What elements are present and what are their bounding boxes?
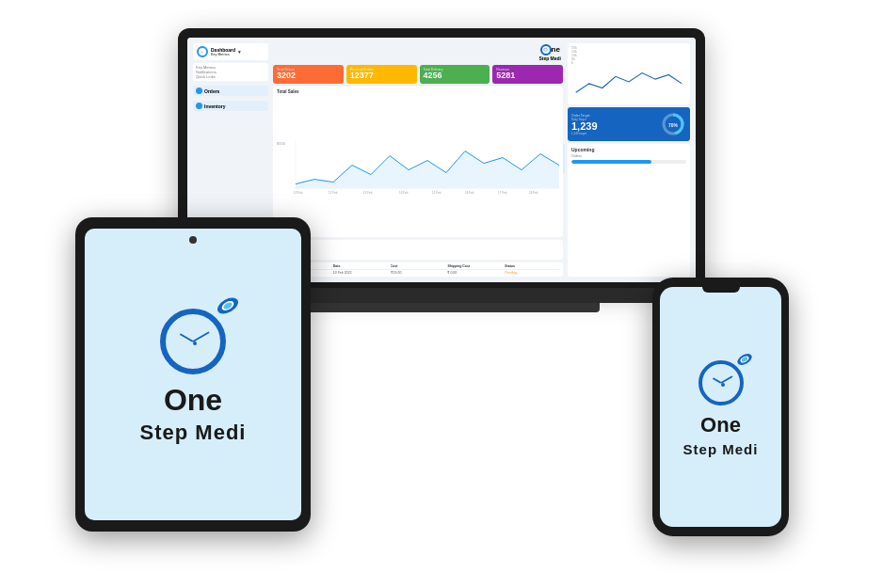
tablet-device: O ne Step Medi [75,217,311,532]
sidebar-brand-text: Dashboard Key Metrics [211,47,235,56]
menu-quick-links: Quick Links [196,74,265,79]
sales-chart: 8000 10 Feb 11 Feb 12 Feb 14 Feb [277,96,559,234]
metric-total-orders: Total Orders 3202 [273,65,344,84]
metric-total-delivery: Total Delivery 4256 [420,65,490,84]
table-cell-date: 10 Feb 2023 [333,271,389,275]
metric-label-3: Revenue [496,68,559,72]
upcoming-card: Upcoming Orders [568,144,690,277]
new-orders-value: 239 [277,246,559,258]
metrics-row: Total Orders 3202 Pending Orders 12377 T… [273,65,563,84]
brand-ne: ne [552,45,560,54]
inventory-label: Inventory [204,103,226,109]
svg-text:16 Feb: 16 Feb [465,190,474,194]
clock-hour-hand-phone [712,377,721,384]
dashboard-main: ○ne Step Medi Total Orders 3202 [273,43,563,277]
logo-o-tablet: O [164,385,187,415]
dashboard-brand: ○ne Step Medi [538,44,561,61]
table-cell-shipping: ₹0.00 [447,271,503,275]
new-orders-section: New Orders 239 [273,240,563,260]
order-target-value: 1,239 [571,121,656,132]
logo-ne-phone: ne [716,415,741,436]
table-cell-cost: ₹19.00 [391,271,446,275]
svg-text:12 Feb: 12 Feb [363,190,373,194]
orders-table: Name Date Cost Shipping Cost Status Manu… [273,262,563,277]
phone-logo-icon [695,358,747,409]
svg-text:10 Feb: 10 Feb [294,190,303,194]
brand-step-medi: Step Medi [538,56,561,61]
order-target-donut: 70% [660,111,686,137]
metric-label-0: Total Orders [277,68,340,72]
svg-text:18 Feb: 18 Feb [529,190,538,194]
table-header-date: Date [333,264,389,268]
table-header-status: Status [505,264,560,268]
svg-text:14 Feb: 14 Feb [399,190,409,194]
mini-stats: 25k 15k 10k 5k 0 [568,43,690,104]
phone-device: O ne Step Medi [652,278,789,536]
logo-o-phone: O [700,415,716,436]
table-data-row: Manuel 10 Feb 2023 ₹19.00 ₹0.00 Pending [276,271,560,275]
metric-label-2: Total Delivery [424,68,487,72]
phone-body: O ne Step Medi [652,278,789,536]
metric-value-0: 3202 [277,72,340,81]
clock-circle-tablet [160,309,226,374]
phone-logo-text: O ne [700,415,741,436]
tablet-camera [189,236,197,244]
order-target-card: Order Target Daily Target 1,239 1,240 ta… [568,107,690,141]
order-target-sub-value: 1,240 target [571,132,656,135]
table-header-cost: Cost [391,264,446,268]
table-header-shipping: Shipping Cost [447,264,503,268]
inventory-nav-icon [196,103,202,109]
svg-text:17 Feb: 17 Feb [498,190,507,194]
sidebar-logo-icon: ○ [197,46,208,57]
upcoming-label: Upcoming [571,147,686,152]
tablet-logo: O ne Step Medi [140,304,247,445]
mini-stats-chart [571,65,686,98]
order-target-sublabel: Daily Target [571,118,656,121]
order-target-info: Order Target Daily Target 1,239 1,240 ta… [571,114,656,135]
clock-circle-phone [698,360,744,405]
upcoming-orders-label: Orders [571,154,686,158]
progress-bar-bg [571,160,686,164]
logo-ne-tablet: ne [187,385,222,415]
svg-text:15 Feb: 15 Feb [432,190,442,194]
metric-label-1: Pending Orders [350,68,413,72]
chart-title: Total Sales [277,89,559,94]
sidebar-logo: ○ Dashboard Key Metrics ▾ [193,43,268,60]
tablet-brand-tagline: Step Medi [140,421,247,445]
svg-text:8000: 8000 [277,140,286,145]
sidebar-orders[interactable]: Orders [193,86,268,96]
pill-icon-phone [736,353,753,366]
sidebar-menu-group: Key Metrics Notifications Quick Links [193,63,268,81]
orders-label: Orders [204,88,219,94]
scene: One Step Medi ○ Dashboard Key Metrics ▾ [0,0,883,588]
metric-value-2: 4256 [424,72,487,81]
laptop-stand [283,303,600,312]
tablet-screen: O ne Step Medi [85,229,301,520]
dashboard-top-logo: ○ne Step Medi [273,43,563,62]
tablet-body: O ne Step Medi [75,217,311,532]
phone-screen: O ne Step Medi [660,287,781,527]
orders-nav-icon [196,87,202,94]
upcoming-progress [571,160,686,164]
chart-area: Total Sales 8000 10 Feb [273,87,563,237]
svg-text:11 Feb: 11 Feb [329,190,338,194]
clock-hour-hand-tablet [180,333,194,342]
dashboard-right-panel: 25k 15k 10k 5k 0 [568,43,690,277]
phone-notch [702,287,740,293]
phone-logo: O ne Step Medi [683,358,759,457]
tablet-logo-text: O ne [164,385,222,415]
metric-value-1: 12377 [350,72,413,81]
dropdown-arrow: ▾ [238,49,241,55]
table-cell-status: Pending [505,271,560,275]
metric-revenue: Revenue 5281 [492,65,563,84]
svg-text:70%: 70% [668,122,679,128]
clock-center-phone [721,383,725,387]
phone-brand-tagline: Step Medi [683,441,759,457]
metric-pending-orders: Pending Orders 12377 [346,65,417,84]
pill-icon-tablet [216,296,240,315]
clock-center-tablet [193,342,197,345]
sidebar-inventory[interactable]: Inventory [193,101,268,111]
table-header-row: Name Date Cost Shipping Cost Status [276,264,560,270]
metric-value-3: 5281 [496,72,559,81]
progress-bar-fill [571,160,651,164]
